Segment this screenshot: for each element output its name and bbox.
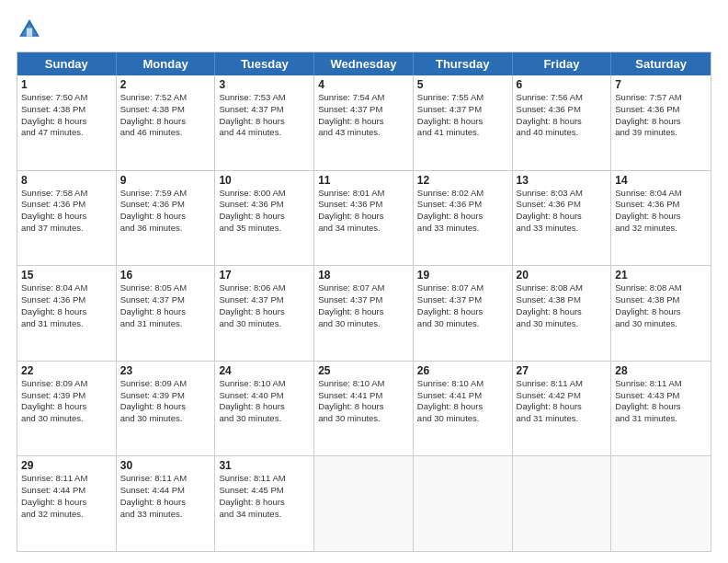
day-number: 25 (318, 364, 409, 377)
cell-line: Sunrise: 7:59 AM (120, 188, 211, 200)
cell-line: and 30 minutes. (417, 318, 508, 330)
calendar-cell: 31Sunrise: 8:11 AMSunset: 4:45 PMDayligh… (215, 456, 314, 551)
cell-line: and 31 minutes. (120, 318, 211, 330)
cell-line: Sunset: 4:38 PM (517, 294, 608, 306)
cell-line: and 30 minutes. (615, 318, 707, 330)
cell-line: Sunset: 4:37 PM (219, 104, 310, 116)
cell-line: Sunrise: 8:11 AM (120, 473, 211, 485)
cell-line: Sunrise: 8:11 AM (615, 378, 707, 390)
cell-line: Sunset: 4:40 PM (219, 390, 310, 402)
calendar-cell: 7Sunrise: 7:57 AMSunset: 4:36 PMDaylight… (611, 75, 711, 170)
cell-line: Sunrise: 8:11 AM (219, 473, 310, 485)
cell-line: Daylight: 8 hours (120, 211, 211, 223)
calendar-cell: 18Sunrise: 8:07 AMSunset: 4:37 PMDayligh… (314, 266, 414, 361)
calendar-cell: 30Sunrise: 8:11 AMSunset: 4:44 PMDayligh… (117, 456, 216, 551)
cell-line: Sunset: 4:37 PM (318, 104, 409, 116)
cell-line: and 36 minutes. (120, 223, 211, 235)
calendar-cell: 25Sunrise: 8:10 AMSunset: 4:41 PMDayligh… (314, 362, 414, 456)
calendar-row: 8Sunrise: 7:58 AMSunset: 4:36 PMDaylight… (17, 171, 711, 267)
calendar-cell: 12Sunrise: 8:02 AMSunset: 4:36 PMDayligh… (414, 171, 513, 266)
day-number: 10 (219, 174, 310, 187)
cell-line: Sunset: 4:41 PM (417, 390, 508, 402)
calendar-row: 1Sunrise: 7:50 AMSunset: 4:38 PMDaylight… (17, 75, 711, 171)
day-number: 31 (219, 459, 310, 472)
day-number: 2 (120, 78, 211, 91)
cell-line: Sunrise: 8:00 AM (219, 188, 310, 200)
cell-line: Sunrise: 8:01 AM (318, 188, 409, 200)
cell-line: Sunrise: 8:09 AM (21, 378, 112, 390)
cell-line: Daylight: 8 hours (517, 401, 608, 413)
day-number: 22 (21, 364, 112, 377)
calendar-cell (611, 456, 711, 551)
cell-line: Daylight: 8 hours (318, 211, 409, 223)
cell-line: Daylight: 8 hours (120, 401, 211, 413)
day-number: 17 (219, 269, 310, 282)
cell-line: Daylight: 8 hours (219, 116, 310, 128)
cell-line: Daylight: 8 hours (21, 306, 112, 318)
svg-rect-2 (27, 28, 32, 36)
cell-line: and 30 minutes. (318, 413, 409, 425)
cell-line: Sunset: 4:37 PM (318, 294, 409, 306)
weekday-header: Sunday (17, 52, 117, 75)
cell-line: Sunset: 4:36 PM (615, 199, 707, 211)
cell-line: Daylight: 8 hours (219, 497, 310, 509)
cell-line: Sunset: 4:36 PM (417, 199, 508, 211)
cell-line: Daylight: 8 hours (615, 401, 707, 413)
cell-line: Daylight: 8 hours (219, 211, 310, 223)
cell-line: and 33 minutes. (417, 223, 508, 235)
cell-line: and 30 minutes. (219, 413, 310, 425)
calendar-cell: 17Sunrise: 8:06 AMSunset: 4:37 PMDayligh… (215, 266, 314, 361)
cell-line: and 31 minutes. (21, 318, 112, 330)
day-number: 12 (417, 174, 508, 187)
cell-line: Sunrise: 7:52 AM (120, 92, 211, 104)
cell-line: Sunset: 4:36 PM (219, 199, 310, 211)
calendar-cell: 27Sunrise: 8:11 AMSunset: 4:42 PMDayligh… (513, 362, 612, 456)
day-number: 26 (417, 364, 508, 377)
cell-line: Daylight: 8 hours (21, 211, 112, 223)
cell-line: Sunrise: 8:04 AM (21, 282, 112, 294)
cell-line: Sunset: 4:42 PM (517, 390, 608, 402)
cell-line: Daylight: 8 hours (219, 401, 310, 413)
cell-line: and 31 minutes. (517, 413, 608, 425)
cell-line: and 30 minutes. (318, 318, 409, 330)
calendar-cell: 2Sunrise: 7:52 AMSunset: 4:38 PMDaylight… (117, 75, 216, 170)
day-number: 3 (219, 78, 310, 91)
day-number: 16 (120, 269, 211, 282)
weekday-header: Wednesday (314, 52, 414, 75)
cell-line: Daylight: 8 hours (417, 116, 508, 128)
cell-line: and 35 minutes. (219, 223, 310, 235)
cell-line: Sunset: 4:36 PM (517, 104, 608, 116)
calendar-cell (314, 456, 414, 551)
calendar-cell: 10Sunrise: 8:00 AMSunset: 4:36 PMDayligh… (215, 171, 314, 266)
calendar-cell: 28Sunrise: 8:11 AMSunset: 4:43 PMDayligh… (611, 362, 711, 456)
day-number: 8 (21, 174, 112, 187)
cell-line: Daylight: 8 hours (417, 211, 508, 223)
cell-line: and 30 minutes. (120, 413, 211, 425)
cell-line: Sunset: 4:36 PM (21, 294, 112, 306)
calendar-row: 15Sunrise: 8:04 AMSunset: 4:36 PMDayligh… (17, 266, 711, 362)
cell-line: Sunset: 4:38 PM (120, 104, 211, 116)
cell-line: Sunrise: 8:03 AM (517, 188, 608, 200)
calendar-cell: 21Sunrise: 8:08 AMSunset: 4:38 PMDayligh… (611, 266, 711, 361)
cell-line: Sunrise: 7:53 AM (219, 92, 310, 104)
cell-line: and 43 minutes. (318, 127, 409, 139)
cell-line: and 32 minutes. (21, 509, 112, 521)
cell-line: Daylight: 8 hours (21, 401, 112, 413)
cell-line: Sunrise: 8:11 AM (21, 473, 112, 485)
day-number: 20 (517, 269, 608, 282)
calendar-cell: 6Sunrise: 7:56 AMSunset: 4:36 PMDaylight… (513, 75, 612, 170)
cell-line: Daylight: 8 hours (615, 211, 707, 223)
calendar-row: 22Sunrise: 8:09 AMSunset: 4:39 PMDayligh… (17, 362, 711, 457)
cell-line: Sunrise: 7:54 AM (318, 92, 409, 104)
cell-line: Sunrise: 8:08 AM (517, 282, 608, 294)
cell-line: Sunrise: 8:02 AM (417, 188, 508, 200)
day-number: 5 (417, 78, 508, 91)
cell-line: Sunset: 4:38 PM (21, 104, 112, 116)
cell-line: Sunrise: 7:50 AM (21, 92, 112, 104)
day-number: 21 (615, 269, 707, 282)
cell-line: and 30 minutes. (21, 413, 112, 425)
cell-line: and 34 minutes. (318, 223, 409, 235)
calendar-cell: 1Sunrise: 7:50 AMSunset: 4:38 PMDaylight… (17, 75, 117, 170)
day-number: 13 (517, 174, 608, 187)
cell-line: and 32 minutes. (615, 223, 707, 235)
